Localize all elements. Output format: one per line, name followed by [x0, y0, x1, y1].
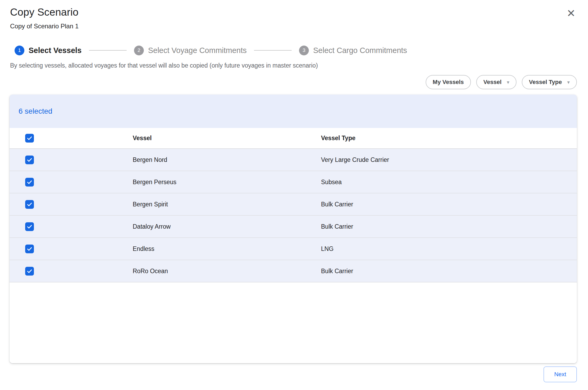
dialog-header: Copy Scenario Copy of Scenario Plan 1 [10, 6, 79, 30]
my-vessels-filter-chip[interactable]: My Vessels [426, 75, 471, 89]
vessel-name-cell: Dataloy Arrow [133, 223, 321, 230]
page-title: Copy Scenario [10, 6, 79, 18]
row-checkbox[interactable] [25, 200, 34, 209]
row-checkbox-cell [10, 156, 133, 164]
row-checkbox-cell [10, 222, 133, 231]
step-1-circle: 1 [15, 46, 24, 55]
dropdown-arrow-icon: ▾ [507, 80, 510, 85]
table-row[interactable]: Endless LNG [10, 238, 577, 260]
vessel-type-cell: Bulk Carrier [321, 201, 577, 208]
copy-scenario-dialog: Copy Scenario Copy of Scenario Plan 1 ✕ … [0, 0, 588, 390]
vessel-name-cell: Bergen Nord [133, 156, 321, 163]
row-checkbox-cell [10, 245, 133, 253]
step-3-number: 3 [302, 47, 305, 53]
table-row[interactable]: Bergen Nord Very Large Crude Carrier [10, 149, 577, 171]
row-checkbox[interactable] [25, 222, 34, 231]
vessel-table-card: 6 selected Vessel Vessel Type Bergen Nor… [10, 95, 577, 363]
check-icon [26, 224, 33, 230]
vessel-type-cell: Very Large Crude Carrier [321, 156, 577, 163]
selection-banner: 6 selected [10, 95, 577, 128]
vessel-name-cell: Endless [133, 245, 321, 252]
column-header-vessel: Vessel [133, 135, 321, 142]
select-all-checkbox[interactable] [25, 134, 34, 143]
step-2-label: Select Voyage Commitments [148, 46, 247, 55]
next-button[interactable]: Next [544, 366, 577, 382]
check-icon [26, 135, 33, 141]
vessel-type-cell: Bulk Carrier [321, 268, 577, 275]
vessel-name-cell: RoRo Ocean [133, 268, 321, 275]
row-checkbox-cell [10, 267, 133, 276]
check-icon [26, 268, 33, 274]
table-row[interactable]: RoRo Ocean Bulk Carrier [10, 260, 577, 282]
wizard-stepper: 1 Select Vessels 2 Select Voyage Commitm… [15, 43, 407, 57]
vessel-type-cell: LNG [321, 245, 577, 252]
page-subtitle: Copy of Scenario Plan 1 [10, 23, 79, 30]
filter-bar: My Vessels Vessel ▾ Vessel Type ▾ [426, 75, 577, 89]
step-connector [89, 50, 127, 51]
step-1-label: Select Vessels [29, 46, 82, 55]
selection-help-text: By selecting vessels, allocated voyages … [10, 62, 318, 69]
column-header-vessel-type: Vessel Type [321, 135, 577, 142]
step-1-number: 1 [18, 47, 21, 53]
step-2-number: 2 [137, 47, 140, 53]
row-checkbox[interactable] [25, 178, 34, 187]
table-row[interactable]: Bergen Perseus Subsea [10, 171, 577, 193]
dropdown-arrow-icon: ▾ [567, 80, 570, 85]
table-header-row: Vessel Vessel Type [10, 128, 577, 149]
selection-count: 6 selected [19, 107, 52, 116]
vessel-name-cell: Bergen Spirit [133, 201, 321, 208]
step-connector [254, 50, 292, 51]
step-3-label: Select Cargo Commitments [313, 46, 407, 55]
check-icon [26, 179, 33, 185]
vessel-type-cell: Subsea [321, 179, 577, 186]
table-empty-space [10, 282, 577, 363]
vessel-chip-label: Vessel [483, 79, 502, 86]
step-select-vessels: 1 Select Vessels [15, 46, 82, 55]
table-row[interactable]: Bergen Spirit Bulk Carrier [10, 193, 577, 216]
close-icon: ✕ [567, 8, 576, 19]
vessel-type-cell: Bulk Carrier [321, 223, 577, 230]
table-row[interactable]: Dataloy Arrow Bulk Carrier [10, 216, 577, 238]
vessel-type-chip-label: Vessel Type [529, 79, 562, 86]
row-checkbox-cell [10, 200, 133, 209]
close-button[interactable]: ✕ [564, 6, 578, 21]
vessel-name-cell: Bergen Perseus [133, 179, 321, 186]
vessel-type-filter-chip[interactable]: Vessel Type ▾ [522, 75, 577, 89]
check-icon [26, 157, 33, 163]
step-2-circle: 2 [134, 46, 144, 55]
check-icon [26, 201, 33, 207]
step-select-cargo-commitments: 3 Select Cargo Commitments [299, 46, 407, 55]
vessel-filter-chip[interactable]: Vessel ▾ [476, 75, 516, 89]
check-icon [26, 246, 33, 252]
step-3-circle: 3 [299, 46, 309, 55]
row-checkbox[interactable] [25, 156, 34, 164]
my-vessels-chip-label: My Vessels [433, 79, 464, 86]
row-checkbox[interactable] [25, 245, 34, 253]
row-checkbox-cell [10, 178, 133, 187]
row-checkbox[interactable] [25, 267, 34, 276]
header-checkbox-cell [10, 134, 133, 143]
step-select-voyage-commitments: 2 Select Voyage Commitments [134, 46, 247, 55]
